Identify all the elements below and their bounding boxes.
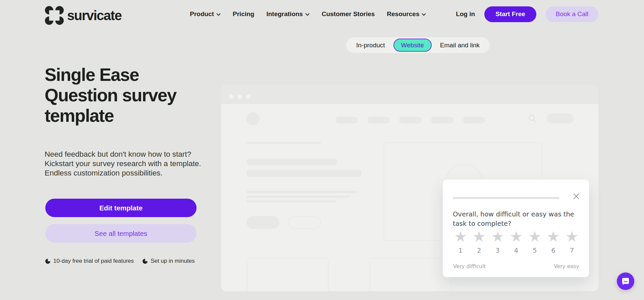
scale-anchor-labels: Very difficult Very easy	[453, 263, 579, 269]
browser-dot	[246, 94, 251, 99]
mockup-button-placeholder	[547, 113, 574, 123]
star-number: 3	[490, 247, 505, 254]
mockup-text-placeholder	[247, 200, 336, 202]
chevron-down-icon	[216, 13, 221, 16]
brand-name: survicate	[67, 8, 121, 23]
tab-email-and-link[interactable]: Email and link	[433, 39, 487, 52]
browser-traffic-dots	[229, 94, 251, 99]
browser-chrome-bar	[221, 85, 598, 104]
star-option-1[interactable]: ★1	[453, 229, 468, 254]
channel-tabs: In-productWebsiteEmail and link	[346, 37, 490, 53]
survey-question: Overall, how difficult or easy was the t…	[453, 210, 586, 229]
petal-bullet-icon	[143, 259, 148, 264]
star-option-2[interactable]: ★2	[471, 229, 487, 254]
mockup-card-placeholder	[369, 258, 451, 291]
nav-item-label: Customer Stories	[322, 10, 375, 18]
star-number: 7	[564, 247, 580, 254]
min-label: Very difficult	[453, 263, 486, 269]
feature-label: 10-day free trial of paid features	[53, 258, 134, 264]
chevron-down-icon	[422, 13, 426, 16]
tab-in-product[interactable]: In-product	[349, 39, 392, 52]
feature-item: 10-day free trial of paid features	[45, 258, 134, 264]
feature-label: Set up in minutes	[151, 258, 195, 264]
login-link[interactable]: Log in	[456, 10, 475, 18]
close-icon[interactable]	[572, 192, 580, 200]
survicate-logo[interactable]: survicate	[45, 6, 121, 25]
nav-item-label: Integrations	[266, 10, 303, 18]
petal-bullet-icon	[45, 259, 50, 264]
survey-progress-bar	[453, 197, 559, 199]
nav-item-label: Resources	[387, 10, 419, 18]
mockup-text-placeholder	[247, 196, 350, 198]
star-option-3[interactable]: ★3	[490, 229, 505, 254]
browser-dot	[237, 94, 242, 99]
mockup-line-placeholder	[247, 142, 321, 144]
star-number: 1	[453, 247, 468, 254]
star-number: 6	[546, 247, 561, 254]
mockup-card-placeholder	[247, 258, 329, 291]
star-number: 2	[471, 247, 487, 254]
mockup-nav-placeholder	[335, 117, 485, 123]
chat-launcher-button[interactable]	[617, 272, 634, 290]
star-icon: ★	[453, 229, 468, 244]
mockup-heading-placeholder	[247, 170, 362, 177]
mockup-heading-placeholder	[247, 158, 337, 165]
star-rating-scale: ★1★2★3★4★5★6★7	[453, 229, 580, 254]
page: survicate ProductPricingIntegrationsCust…	[0, 0, 644, 300]
search-icon	[528, 114, 537, 123]
star-option-4[interactable]: ★4	[508, 229, 524, 254]
mockup-cta-placeholder	[247, 216, 279, 229]
page-title: Single Ease Question survey template	[45, 64, 206, 126]
tab-website[interactable]: Website	[393, 39, 432, 52]
main-nav: ProductPricingIntegrationsCustomer Stori…	[190, 0, 426, 28]
star-icon: ★	[527, 229, 542, 244]
header-actions: Log in Start Free Book a Call	[456, 0, 598, 28]
edit-template-button[interactable]: Edit template	[45, 199, 197, 217]
star-icon: ★	[471, 229, 487, 244]
nav-item-resources[interactable]: Resources	[387, 10, 426, 18]
star-icon: ★	[490, 229, 505, 244]
mockup-logo-placeholder	[246, 112, 260, 126]
nav-item-pricing[interactable]: Pricing	[233, 10, 254, 18]
see-all-templates-button[interactable]: See all templates	[45, 224, 197, 243]
mockup-text-placeholder	[247, 191, 357, 193]
mockup-cta-outline-placeholder	[288, 216, 321, 229]
star-number: 5	[527, 247, 542, 254]
star-number: 4	[508, 247, 524, 254]
nav-item-customer-stories[interactable]: Customer Stories	[322, 10, 375, 18]
survey-widget: Overall, how difficult or easy was the t…	[443, 180, 589, 277]
nav-item-integrations[interactable]: Integrations	[266, 10, 310, 18]
survicate-logo-icon	[45, 6, 64, 25]
start-free-button[interactable]: Start Free	[484, 6, 536, 22]
nav-item-product[interactable]: Product	[190, 10, 221, 18]
nav-item-label: Pricing	[233, 10, 254, 18]
star-option-7[interactable]: ★7	[564, 229, 580, 254]
star-option-5[interactable]: ★5	[527, 229, 542, 254]
browser-dot	[229, 94, 234, 99]
max-label: Very easy	[554, 263, 579, 269]
feature-item: Set up in minutes	[143, 258, 195, 264]
star-option-6[interactable]: ★6	[546, 229, 561, 254]
star-icon: ★	[508, 229, 524, 244]
star-icon: ★	[564, 229, 580, 244]
hero-description: Need feedback but don't know how to star…	[45, 150, 202, 178]
book-a-call-button[interactable]: Book a Call	[546, 6, 598, 22]
chat-icon	[621, 277, 630, 286]
chevron-down-icon	[305, 13, 310, 16]
feature-list: 10-day free trial of paid featuresSet up…	[45, 258, 195, 264]
nav-item-label: Product	[190, 10, 214, 18]
star-icon: ★	[546, 229, 561, 244]
